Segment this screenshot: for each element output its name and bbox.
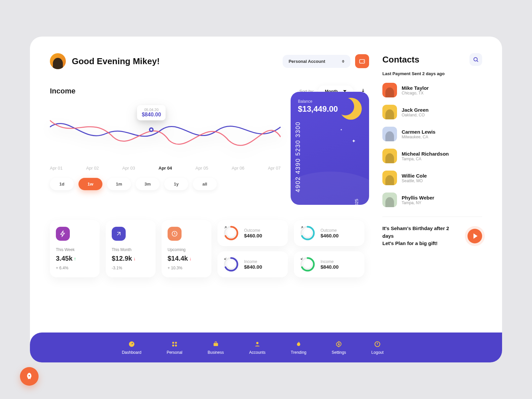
stat-pct: + 10.3%: [168, 266, 205, 270]
xaxis-label: Apr 01: [50, 166, 63, 171]
xaxis-label: Apr 03: [122, 166, 135, 171]
svg-point-15: [175, 344, 177, 346]
range-all[interactable]: all: [193, 178, 217, 190]
svg-rect-16: [213, 343, 218, 346]
greeting-text: Good Evening Mikey!: [72, 56, 160, 66]
mini-card[interactable]: Outcome$460.00: [294, 220, 364, 246]
mini-value: $840.00: [244, 264, 262, 270]
progress-ring: [223, 225, 239, 241]
contact-item[interactable]: Phyllis WeberTampa, NY: [382, 193, 482, 207]
stat-value: $12.9k↓: [112, 255, 150, 262]
svg-point-13: [175, 342, 177, 344]
nav-logout[interactable]: Logout: [371, 340, 384, 355]
nav-personal[interactable]: Personal: [167, 340, 182, 355]
stat-card[interactable]: Upcoming $14.4k↓ + 10.3%: [162, 220, 211, 277]
mini-label: Income: [244, 259, 262, 264]
stat-pct: -3.1%: [112, 266, 150, 270]
account-selector-label: Personal Account: [289, 59, 325, 64]
contact-location: Chicago, TX: [402, 91, 429, 95]
nav-settings[interactable]: Settings: [332, 340, 346, 355]
trending-icon: [295, 340, 303, 348]
contact-name: Phyllis Weber: [402, 195, 434, 200]
nav-label: Logout: [371, 350, 384, 355]
stat-card[interactable]: This Week 3.45k↑ + 6.4%: [50, 220, 100, 277]
mini-label: Income: [321, 259, 338, 264]
business-icon: [212, 340, 220, 348]
xaxis-label: Apr 06: [232, 166, 244, 171]
contact-name: Willie Cole: [402, 173, 427, 179]
contact-avatar: [382, 105, 397, 119]
balance-card[interactable]: Balance $13,449.00 ✦ ✦ 4902 4390 5230 33…: [291, 92, 369, 205]
rocket-fab[interactable]: [20, 367, 39, 386]
mini-label: Outcome: [321, 228, 338, 233]
rocket-icon: [25, 372, 34, 381]
mini-card[interactable]: Income$840.00: [217, 251, 288, 277]
nav-trending[interactable]: Trending: [291, 340, 307, 355]
contacts-title: Contacts: [382, 55, 419, 65]
range-3m[interactable]: 3m: [136, 178, 160, 190]
tooltip-date: 05.04.20: [142, 108, 161, 112]
contact-item[interactable]: Mike TaylorChicago, TX: [382, 83, 482, 97]
contact-name: Jack Green: [402, 107, 429, 113]
contact-location: Seattle, MO: [402, 179, 427, 183]
nav-accounts[interactable]: Accounts: [249, 340, 265, 355]
sparkle-icon: ✦: [352, 138, 356, 144]
contact-item[interactable]: Jack GreenOakland, CO: [382, 105, 482, 119]
mini-value: $840.00: [321, 264, 338, 270]
xaxis-label: Apr 04: [159, 166, 172, 171]
search-button[interactable]: [469, 53, 482, 66]
contact-location: Oakland, CO: [402, 113, 429, 117]
progress-ring: [300, 257, 315, 272]
last-payment-text: Last Payment Sent 2 days ago: [382, 71, 482, 76]
stat-pct: + 6.4%: [56, 266, 94, 270]
nav-label: Accounts: [249, 350, 265, 355]
range-1d[interactable]: 1d: [50, 178, 74, 190]
card-expiry: 12/2025: [354, 199, 359, 205]
stat-icon: [112, 227, 126, 241]
moon-icon: [340, 98, 362, 120]
xaxis-label: Apr 05: [196, 166, 208, 171]
range-1m[interactable]: 1m: [107, 178, 131, 190]
settings-icon: [335, 340, 343, 348]
birthday-message: It's Seham's Birthday after 2 days Let's…: [382, 225, 462, 247]
trend-up-icon: ↑: [74, 256, 76, 261]
contact-item[interactable]: Carmen LewisMilwaukee, CA: [382, 127, 482, 141]
mini-card[interactable]: Outcome$460.00: [217, 220, 288, 246]
star-icon: ✦: [340, 128, 342, 131]
stat-label: This Week: [56, 247, 94, 252]
contact-avatar: [382, 149, 397, 163]
play-button[interactable]: [467, 229, 482, 243]
range-1w[interactable]: 1w: [78, 178, 102, 190]
stat-label: Upcoming: [168, 247, 205, 252]
contact-name: Carmen Lewis: [402, 129, 436, 135]
progress-ring: [300, 225, 315, 241]
personal-icon: [171, 340, 179, 348]
logout-icon: [373, 340, 381, 348]
nav-label: Trending: [291, 350, 307, 355]
income-chart[interactable]: 05.04.20 $840.00 Apr 01Apr 02Apr 03Apr 0…: [50, 104, 281, 205]
nav-business[interactable]: Business: [208, 340, 224, 355]
stat-icon: [56, 227, 70, 241]
stat-label: This Month: [112, 247, 150, 252]
user-avatar[interactable]: [50, 53, 66, 69]
range-1y[interactable]: 1y: [164, 178, 188, 190]
mini-value: $460.00: [244, 233, 262, 238]
contact-item[interactable]: Willie ColeSeattle, MO: [382, 171, 482, 185]
contact-avatar: [382, 83, 397, 97]
chart-highlight-dot: [149, 127, 154, 132]
contact-name: Mike Taylor: [402, 85, 429, 91]
contact-item[interactable]: Micheal RichardsonTampa, CA: [382, 149, 482, 163]
contact-location: Tampa, NY: [402, 200, 434, 205]
wallet-button[interactable]: [355, 54, 369, 68]
mini-card[interactable]: Income$840.00: [294, 251, 364, 277]
tooltip-value: $840.00: [142, 112, 161, 118]
contact-location: Tampa, CA: [402, 157, 449, 161]
progress-ring: [223, 257, 239, 272]
stat-card[interactable]: This Month $12.9k↓ -3.1%: [106, 220, 156, 277]
svg-point-18: [338, 343, 340, 345]
xaxis-label: Apr 07: [268, 166, 281, 171]
nav-dashboard[interactable]: Dashboard: [122, 340, 141, 355]
stat-value: 3.45k↑: [56, 255, 94, 262]
account-selector[interactable]: Personal Account: [283, 55, 350, 68]
chevron-updown-icon: [342, 60, 344, 63]
